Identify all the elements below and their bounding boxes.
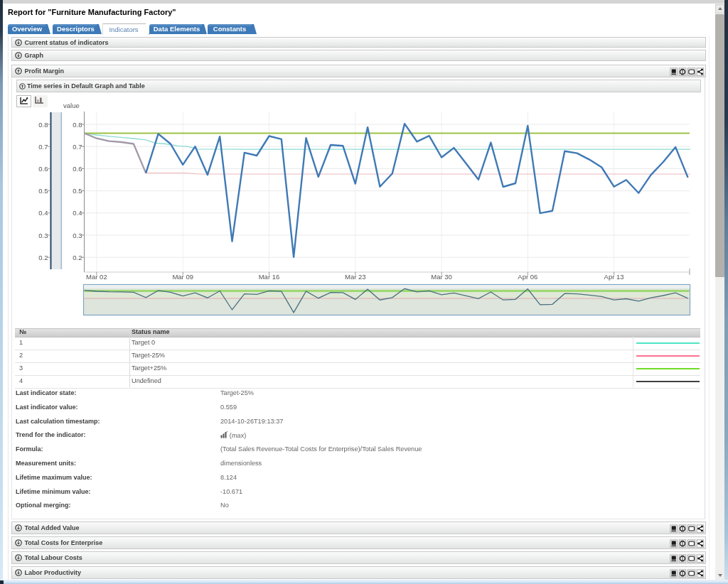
svg-text:0.8: 0.8 bbox=[38, 121, 48, 129]
svg-text:0.4: 0.4 bbox=[38, 209, 48, 217]
svg-text:Apr 06: Apr 06 bbox=[518, 273, 537, 281]
svg-text:0.2: 0.2 bbox=[38, 254, 48, 261]
svg-text:Mar 09: Mar 09 bbox=[172, 273, 193, 281]
svg-text:0.8: 0.8 bbox=[73, 121, 82, 129]
svg-text:Mar 16: Mar 16 bbox=[259, 273, 280, 281]
svg-text:value: value bbox=[63, 102, 80, 109]
svg-text:Mar 23: Mar 23 bbox=[345, 273, 366, 281]
svg-text:0.5: 0.5 bbox=[38, 187, 48, 195]
svg-text:0.7: 0.7 bbox=[73, 143, 82, 151]
svg-text:0.6: 0.6 bbox=[73, 165, 82, 173]
svg-text:Mar 02: Mar 02 bbox=[86, 273, 107, 281]
svg-text:0.6: 0.6 bbox=[38, 165, 48, 173]
svg-text:0.3: 0.3 bbox=[73, 232, 82, 239]
svg-text:0.3: 0.3 bbox=[38, 232, 48, 239]
svg-text:0.4: 0.4 bbox=[73, 209, 82, 217]
svg-text:0.5: 0.5 bbox=[73, 187, 82, 195]
svg-text:Mar 30: Mar 30 bbox=[431, 273, 452, 281]
svg-text:0.2: 0.2 bbox=[73, 254, 82, 261]
svg-text:0.7: 0.7 bbox=[38, 143, 48, 151]
svg-text:Apr 13: Apr 13 bbox=[604, 273, 624, 281]
